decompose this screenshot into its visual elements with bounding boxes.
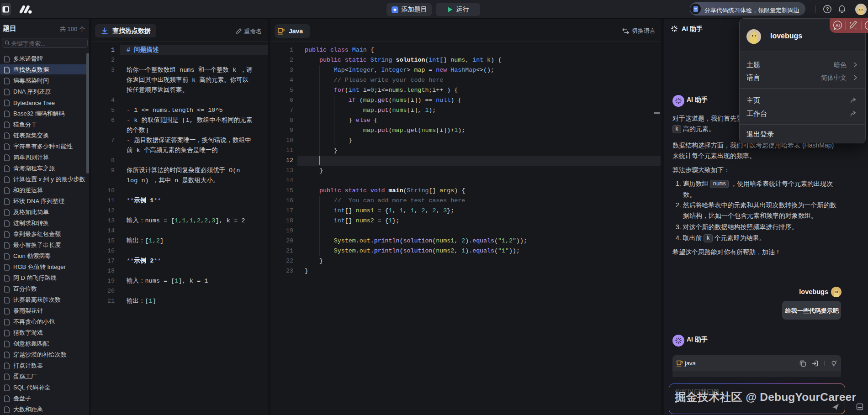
svg-text:AI: AI (836, 23, 840, 28)
